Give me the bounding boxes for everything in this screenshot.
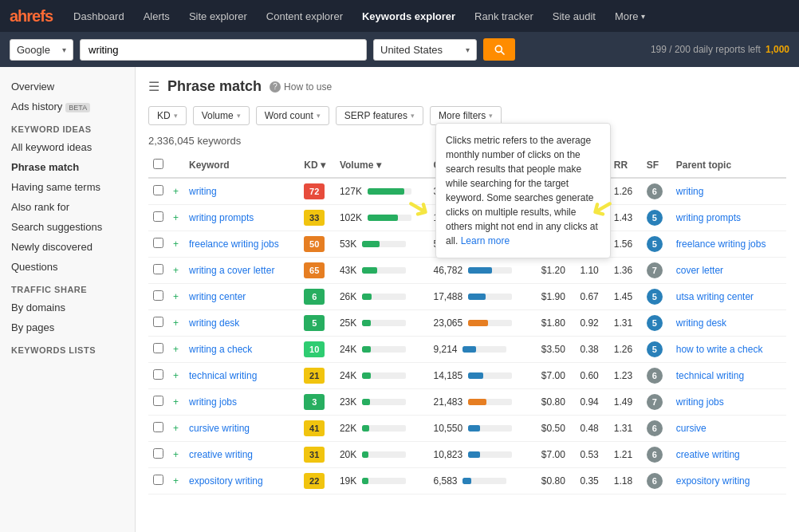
parent-topic-link[interactable]: creative writing [676,449,740,460]
row-keyword: cursive writing [184,416,299,442]
row-add-btn[interactable]: + [168,468,184,495]
keyword-link[interactable]: technical writing [189,370,257,381]
sf-badge: 7 [647,394,663,410]
sidebar-item-by-domains[interactable]: By domains [0,298,135,317]
row-add-btn[interactable]: + [168,389,184,416]
how-to-use-link[interactable]: ? How to use [270,81,332,93]
parent-topic-link[interactable]: writing [676,186,704,197]
nav-site-audit[interactable]: Site audit [545,0,604,32]
tooltip-learn-more[interactable]: Learn more [461,235,510,246]
row-add-btn[interactable]: + [168,337,184,363]
parent-topic-link[interactable]: writing desk [676,317,726,329]
row-checkbox[interactable] [148,284,168,310]
parent-topic-link[interactable]: cursive [676,423,707,434]
row-add-btn[interactable]: + [168,416,184,442]
row-add-btn[interactable]: + [168,363,184,389]
row-checkbox[interactable] [148,178,168,205]
keyword-link[interactable]: writing prompts [189,212,254,223]
row-checkbox[interactable] [148,337,168,363]
sidebar-item-phrase-match[interactable]: Phrase match [0,157,135,177]
row-checkbox[interactable] [148,389,168,416]
parent-topic-link[interactable]: how to write a check [676,344,763,355]
parent-topic-link[interactable]: utsa writing center [676,291,754,302]
select-all-checkbox[interactable] [153,159,163,169]
keyword-link[interactable]: freelance writing jobs [189,238,279,250]
row-cps: 0.92 [575,310,608,337]
nav-content-explorer[interactable]: Content explorer [258,0,351,32]
row-rr: 1.18 [609,468,642,495]
serp-features-filter[interactable]: SERP features [336,106,423,125]
th-volume[interactable]: Volume ▾ [335,153,429,178]
parent-topic-link[interactable]: writing prompts [676,212,741,223]
keyword-link[interactable]: expository writing [189,475,263,487]
sidebar-item-overview[interactable]: Overview [0,77,135,97]
row-rr: 1.26 [609,337,642,363]
search-button[interactable] [483,38,515,61]
sidebar-item-having-same-terms[interactable]: Having same terms [0,177,135,197]
country-select[interactable]: United States [373,39,477,61]
sidebar-item-search-suggestions[interactable]: Search suggestions [0,217,135,237]
th-kd[interactable]: KD ▾ [299,153,335,178]
nav-more[interactable]: More [607,0,653,32]
search-icon [493,43,506,56]
keyword-link[interactable]: writing jobs [189,396,237,408]
row-checkbox[interactable] [148,231,168,258]
row-checkbox[interactable] [148,416,168,442]
keyword-link[interactable]: writing center [189,291,246,302]
row-cpc: $7.00 [537,442,576,468]
nav-keywords-explorer[interactable]: Keywords explorer [354,0,463,32]
parent-topic-link[interactable]: technical writing [676,370,744,381]
row-clicks: 10,823 [429,442,537,468]
row-add-btn[interactable]: + [168,178,184,205]
parent-topic-link[interactable]: cover letter [676,265,723,276]
word-count-filter[interactable]: Word count [256,106,329,125]
parent-topic-link[interactable]: writing jobs [676,396,724,408]
parent-topic-link[interactable]: freelance writing jobs [676,238,766,250]
row-rr: 1.45 [609,284,642,310]
keyword-link[interactable]: writing desk [189,317,239,329]
sidebar-item-questions[interactable]: Questions [0,257,135,277]
table-row: + technical writing 21 24K 14,185 $7.00 … [148,363,786,389]
kd-filter[interactable]: KD [148,106,187,125]
row-kd: 50 [299,231,335,258]
hamburger-icon[interactable]: ☰ [148,79,159,94]
row-keyword: expository writing [184,468,299,495]
parent-topic-link[interactable]: expository writing [676,475,750,487]
row-volume: 26K [335,284,429,310]
sidebar-item-newly-discovered[interactable]: Newly discovered [0,237,135,257]
nav-site-explorer[interactable]: Site explorer [181,0,255,32]
sf-badge: 6 [647,447,663,463]
keyword-link[interactable]: cursive writing [189,423,250,434]
row-checkbox[interactable] [148,468,168,495]
row-add-btn[interactable]: + [168,205,184,231]
search-input[interactable] [80,39,367,61]
row-checkbox[interactable] [148,310,168,337]
engine-select[interactable]: Google [10,39,73,61]
top-nav: ahrefs Dashboard Alerts Site explorer Co… [0,0,799,32]
row-sf: 6 [642,416,671,442]
row-checkbox[interactable] [148,258,168,284]
keyword-link[interactable]: writing a check [189,344,252,355]
volume-filter[interactable]: Volume [193,106,250,125]
sidebar-item-all-keywords[interactable]: All keyword ideas [0,137,135,157]
nav-dashboard[interactable]: Dashboard [65,0,132,32]
row-add-btn[interactable]: + [168,231,184,258]
row-add-btn[interactable]: + [168,442,184,468]
row-checkbox[interactable] [148,205,168,231]
row-checkbox[interactable] [148,363,168,389]
sidebar-item-ads-history[interactable]: Ads history [0,97,135,116]
kd-badge: 3 [304,394,325,410]
nav-rank-tracker[interactable]: Rank tracker [466,0,541,32]
sidebar-item-by-pages[interactable]: By pages [0,317,135,337]
sidebar-item-also-rank-for[interactable]: Also rank for [0,197,135,217]
row-kd: 6 [299,284,335,310]
keyword-link[interactable]: writing [189,186,217,197]
row-add-btn[interactable]: + [168,284,184,310]
keyword-link[interactable]: creative writing [189,449,253,460]
row-keyword: creative writing [184,442,299,468]
nav-alerts[interactable]: Alerts [136,0,178,32]
row-checkbox[interactable] [148,442,168,468]
row-add-btn[interactable]: + [168,258,184,284]
keyword-link[interactable]: writing a cover letter [189,265,274,276]
row-add-btn[interactable]: + [168,310,184,337]
